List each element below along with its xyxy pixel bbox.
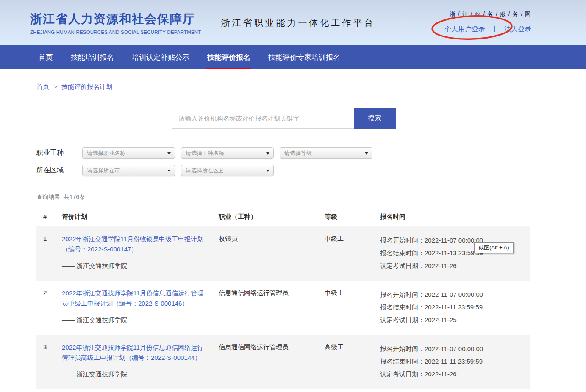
breadcrumb: 首页 > 技能评价报名计划 — [36, 83, 530, 91]
chevron-down-icon — [365, 152, 368, 155]
select-district[interactable]: 请选择所在区县 — [181, 165, 274, 176]
plan-cell: 2022年浙江交通技师学院11月份信息通信网络运行管理员高级工申报计划（编号：2… — [62, 342, 214, 381]
exam-date: 2022-11-25 — [425, 316, 457, 323]
chevron-down-icon — [167, 152, 171, 155]
login-separator: 丨 — [492, 25, 498, 33]
chevron-down-icon — [266, 170, 269, 172]
filter-row-region: 所在区域 请选择所在市 请选择所在区县 — [36, 165, 530, 176]
browser-viewport: 浙江省人力资源和社会保障厅 ZHEJIANG HUMAN RESOURCES A… — [0, 0, 586, 392]
select-worktype-name[interactable]: 请选择工种名称 — [181, 147, 274, 159]
exam-date: 2022-11-26 — [425, 370, 457, 378]
breadcrumb-home-link[interactable]: 首页 — [36, 83, 49, 90]
table-row: 2 2022年浙江交通技师学院11月份信息通信运行管理员中级工申报计划（编号：2… — [36, 281, 530, 335]
signup-times: 报名开始时间：2022-11-07 00:00:00 报名结束时间：2022-1… — [377, 234, 530, 272]
search-input[interactable] — [172, 108, 354, 129]
chevron-down-icon — [266, 152, 269, 155]
login-links: 个人用户登录 丨 法人登录 — [444, 25, 531, 34]
nav-item-home[interactable]: 首页 — [39, 45, 53, 69]
filter-label-occupation: 职业工种 — [36, 149, 82, 157]
signup-times: 报名开始时间：2022-11-07 00:00:00 报名结束时间：2022-1… — [377, 288, 530, 326]
nav-item-subsidy-publicity[interactable]: 培训认定补贴公示 — [132, 45, 189, 69]
occupation: 信息通信网络运行管理员 — [214, 342, 320, 381]
breadcrumb-divider — [36, 97, 530, 97]
end-time: 2022-11-11 23:59:59 — [425, 304, 483, 311]
row-index: 3 — [36, 342, 62, 381]
department-logo: 浙江省人力资源和社会保障厅 ZHEJIANG HUMAN RESOURCES A… — [30, 11, 201, 35]
personal-login-link[interactable]: 个人用户登录 — [444, 25, 485, 33]
signup-times: 报名开始时间：2022-11-07 00:00:00 报名结束时间：2022-1… — [377, 342, 530, 381]
filter-divider — [36, 182, 530, 182]
legal-login-link[interactable]: 法人登录 — [504, 25, 531, 33]
header-right: 浙 / 江 / 政 / 务 / 服 / 务 / 网 个人用户登录 丨 法人登录 — [444, 11, 531, 34]
screenshot-tooltip: 截图(Alt + A) — [474, 242, 514, 253]
select-level[interactable]: 请选择等级 — [280, 147, 372, 159]
col-header-occupation: 职业（工种） — [214, 213, 320, 221]
plan-cell: 2022年浙江交通技师学院11月份信息通信运行管理员中级工申报计划（编号：202… — [62, 288, 214, 326]
start-time: 2022-11-07 00:00:00 — [425, 291, 483, 298]
col-header-signup-time: 报名时间 — [377, 213, 530, 221]
organization: —— 浙江交通技师学院 — [62, 262, 207, 270]
row-index: 1 — [36, 234, 62, 272]
nav-item-expert-training-signup[interactable]: 技能评价专家培训报名 — [268, 45, 340, 69]
department-name-cn: 浙江省人力资源和社会保障厅 — [30, 11, 201, 27]
filter-row-occupation: 职业工种 请选择职业名称 请选择工种名称 请选择等级 — [36, 147, 530, 159]
col-header-level: 等级 — [320, 213, 377, 221]
organization: —— 浙江交通技师学院 — [62, 316, 207, 324]
plan-link[interactable]: 2022年浙江交通学院11月份收银员中级工申报计划（编号：2022-S-0001… — [62, 234, 207, 254]
table-row: 4 2022年浙江交通技师学院11月份电子商务师四级 电子商务师 中级工 报名开… — [36, 389, 530, 392]
header-divider — [210, 12, 210, 34]
department-name-en: ZHEJIANG HUMAN RESOURCES AND SOCIAL SECU… — [30, 30, 201, 35]
plan-table: # 评价计划 职业（工种） 等级 报名时间 1 2022年浙江交通学院11月份收… — [36, 213, 530, 392]
exam-date: 2022-11-26 — [425, 262, 457, 269]
occupation: 收银员 — [214, 234, 320, 272]
level: 高级工 — [320, 342, 377, 381]
select-city[interactable]: 请选择所在市 — [82, 165, 175, 176]
level: 中级工 — [320, 234, 377, 272]
plan-cell: 2022年浙江交通学院11月份收银员中级工申报计划（编号：2022-S-0001… — [62, 234, 214, 272]
platform-title: 浙江省职业能力一体化工作平台 — [221, 17, 375, 29]
filter-section: 职业工种 请选择职业名称 请选择工种名称 请选择等级 所在区域 请选择所在市 — [36, 147, 530, 176]
level: 中级工 — [320, 288, 377, 326]
table-header: # 评价计划 职业（工种） 等级 报名时间 — [36, 213, 530, 226]
occupation: 信息通信网络运行管理员 — [214, 288, 320, 326]
start-time: 2022-11-07 00:00:00 — [425, 345, 483, 352]
col-header-plan: 评价计划 — [62, 213, 214, 221]
site-header: 浙江省人力资源和社会保障厅 ZHEJIANG HUMAN RESOURCES A… — [0, 0, 586, 45]
breadcrumb-current: 技能评价报名计划 — [61, 83, 112, 90]
col-header-index: # — [36, 213, 62, 221]
nav-item-training-signup[interactable]: 技能培训报名 — [71, 45, 114, 69]
result-count: 查询结果: 共176条 — [36, 193, 530, 201]
filter-label-region: 所在区域 — [36, 166, 82, 175]
main-nav: 首页 技能培训报名 培训认定补贴公示 技能评价报名 技能评价专家培训报名 — [0, 45, 586, 69]
chevron-down-icon — [167, 170, 171, 172]
end-time: 2022-11-11 23:59:59 — [425, 358, 483, 365]
nav-item-skill-evaluation-signup[interactable]: 技能评价报名 — [207, 45, 250, 69]
table-row: 3 2022年浙江交通技师学院11月份信息通信网络运行管理员高级工申报计划（编号… — [36, 335, 530, 389]
search-button[interactable]: 搜索 — [354, 108, 396, 129]
organization: —— 浙江交通技师学院 — [62, 370, 207, 378]
plan-link[interactable]: 2022年浙江交通技师学院11月份信息通信网络运行管理员高级工申报计划（编号：2… — [62, 342, 207, 363]
select-occupation-name[interactable]: 请选择职业名称 — [82, 147, 175, 159]
plan-link[interactable]: 2022年浙江交通技师学院11月份信息通信运行管理员中级工申报计划（编号：202… — [62, 288, 207, 309]
row-index: 2 — [36, 288, 62, 326]
table-row: 1 2022年浙江交通学院11月份收银员中级工申报计划（编号：2022-S-00… — [36, 226, 530, 281]
search-bar: 搜索 — [36, 108, 530, 129]
breadcrumb-separator: > — [53, 83, 57, 90]
page-content: 首页 > 技能评价报名计划 搜索 职业工种 请选择职业名称 请选择工种名称 — [0, 69, 586, 392]
gov-service-net-label: 浙 / 江 / 政 / 务 / 服 / 务 / 网 — [444, 11, 531, 18]
